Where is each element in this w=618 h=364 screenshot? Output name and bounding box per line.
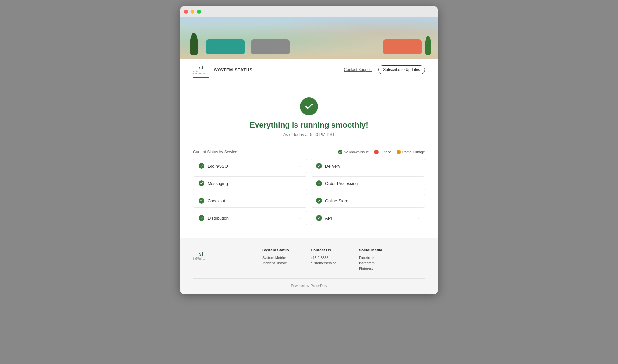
traffic-light-yellow[interactable] bbox=[191, 10, 194, 14]
footer-link-email[interactable]: customerservice bbox=[311, 261, 343, 265]
footer-col-system-status: System Status System Metrics Incident Hi… bbox=[262, 248, 295, 272]
service-header: Current Status by Service No known issue… bbox=[193, 150, 425, 154]
browser-titlebar bbox=[180, 6, 438, 17]
main-content: Everything is running smoothly! As of to… bbox=[180, 81, 438, 238]
legend-outage-label: Outage bbox=[380, 150, 391, 154]
service-section-title: Current Status by Service bbox=[193, 150, 237, 154]
service-status-icon-online-store bbox=[316, 198, 322, 204]
footer-link-pinterest[interactable]: Pinterest bbox=[359, 267, 391, 270]
footer-link-phone[interactable]: +63 2 8888 bbox=[311, 256, 343, 259]
legend-no-issue-label: No known issue bbox=[344, 150, 369, 154]
chevron-down-icon: ⌄ bbox=[299, 216, 302, 220]
service-name-login-sso: Login/SSO bbox=[208, 164, 228, 168]
legend-check-icon bbox=[339, 150, 342, 154]
status-subtext: As of today at 5:50 PM PST bbox=[193, 132, 425, 137]
status-hero: Everything is running smoothly! As of to… bbox=[193, 91, 425, 147]
service-item-messaging[interactable]: Messaging bbox=[193, 176, 307, 190]
service-status-icon-checkout bbox=[199, 198, 204, 204]
legend-dot-red bbox=[374, 150, 379, 154]
legend-partial-outage-label: Partial Outage bbox=[402, 150, 425, 154]
legend-outage: Outage bbox=[374, 150, 391, 154]
traffic-light-red[interactable] bbox=[184, 10, 188, 14]
legend-partial-outage: ⚠ Partial Outage bbox=[397, 150, 425, 154]
service-name-order-processing: Order Processing bbox=[325, 181, 358, 186]
status-headline: Everything is running smoothly! bbox=[193, 121, 425, 130]
footer-col-title-system-status: System Status bbox=[262, 248, 295, 252]
service-item-login-sso[interactable]: Login/SSO ⌄ bbox=[193, 159, 307, 173]
checkmark-icon bbox=[304, 102, 314, 111]
legend-dot-green bbox=[338, 150, 342, 154]
footer-col-title-contact-us: Contact Us bbox=[311, 248, 343, 252]
footer-col-title-social-media: Social Media bbox=[359, 248, 391, 252]
footer-logo: sf SUNDAY FURNITURE bbox=[193, 248, 209, 264]
service-status-icon-delivery bbox=[316, 163, 322, 169]
service-status-icon-messaging bbox=[199, 180, 204, 186]
service-item-api[interactable]: API ⌄ bbox=[311, 211, 425, 225]
legend-no-issue: No known issue bbox=[338, 150, 369, 154]
legend: No known issue Outage ⚠ Partial Outage bbox=[338, 150, 425, 154]
service-name-api: API bbox=[325, 216, 332, 221]
service-item-delivery[interactable]: Delivery bbox=[311, 159, 425, 173]
service-item-online-store[interactable]: Online Store bbox=[311, 194, 425, 208]
service-status-icon-api bbox=[316, 215, 322, 221]
logo: sf SUNDAY FURNITURE bbox=[193, 62, 209, 78]
hero-banner-image bbox=[180, 17, 438, 59]
footer-logo-subtext: SUNDAY FURNITURE bbox=[193, 257, 209, 261]
service-item-checkout[interactable]: Checkout bbox=[193, 194, 307, 208]
service-name-distribution: Distribution bbox=[208, 216, 229, 221]
service-name-delivery: Delivery bbox=[325, 164, 340, 168]
traffic-light-green[interactable] bbox=[197, 10, 201, 14]
chevron-down-icon: ⌄ bbox=[299, 164, 302, 168]
system-status-label: SYSTEM STATUS bbox=[214, 68, 253, 72]
service-item-order-processing[interactable]: Order Processing bbox=[311, 176, 425, 190]
footer-link-instagram[interactable]: Instagram bbox=[359, 261, 391, 265]
logo-subtext: SUNDAY FURNITURE bbox=[193, 71, 209, 75]
footer-powered-by: Powered by PagerDuty bbox=[193, 278, 425, 287]
services-section: Current Status by Service No known issue… bbox=[193, 150, 425, 225]
footer-logo-text: sf bbox=[199, 251, 203, 257]
legend-dot-yellow: ⚠ bbox=[397, 150, 401, 154]
service-status-icon-login-sso bbox=[199, 163, 204, 169]
service-status-icon-order-processing bbox=[316, 180, 322, 186]
footer-link-system-metrics[interactable]: System Metrics bbox=[262, 256, 295, 259]
footer-link-incident-history[interactable]: Incident History bbox=[262, 261, 295, 265]
footer-content: sf SUNDAY FURNITURE System Status System… bbox=[193, 248, 425, 272]
footer-col-contact-us: Contact Us +63 2 8888 customerservice bbox=[311, 248, 343, 272]
service-name-online-store: Online Store bbox=[325, 198, 348, 203]
footer-link-facebook[interactable]: Facebook bbox=[359, 256, 391, 259]
navbar: sf SUNDAY FURNITURE SYSTEM STATUS Contac… bbox=[180, 59, 438, 81]
footer-col-social-media: Social Media Facebook Instagram Pinteres… bbox=[359, 248, 391, 272]
footer-columns: System Status System Metrics Incident Hi… bbox=[229, 248, 425, 272]
browser-window: sf SUNDAY FURNITURE SYSTEM STATUS Contac… bbox=[180, 6, 438, 294]
service-name-checkout: Checkout bbox=[208, 198, 225, 203]
service-name-messaging: Messaging bbox=[208, 181, 228, 186]
service-grid: Login/SSO ⌄ Delivery bbox=[193, 159, 425, 225]
service-status-icon-distribution bbox=[199, 215, 204, 221]
contact-support-button[interactable]: Contact Support bbox=[344, 68, 372, 72]
navbar-actions: Contact Support Subscribe to Updates bbox=[344, 65, 425, 74]
footer: sf SUNDAY FURNITURE System Status System… bbox=[180, 238, 438, 294]
subscribe-updates-button[interactable]: Subscribe to Updates bbox=[378, 65, 425, 74]
logo-text: sf bbox=[199, 65, 203, 70]
service-item-distribution[interactable]: Distribution ⌄ bbox=[193, 211, 307, 225]
chevron-down-icon: ⌄ bbox=[416, 216, 419, 220]
status-check-circle bbox=[300, 97, 318, 115]
